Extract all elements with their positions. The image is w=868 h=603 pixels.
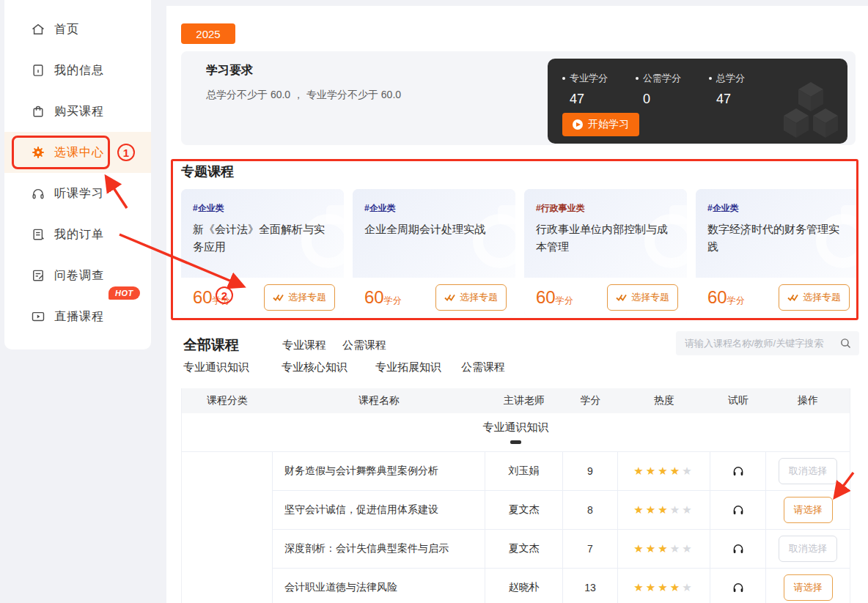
stat-value: 47 — [709, 92, 745, 107]
credit-summary-panel: 专业学分 47 公需学分 0 总学分 47 开始学习 — [548, 59, 847, 144]
headphones-icon — [732, 503, 745, 517]
live-video-icon — [31, 309, 45, 324]
rating-stars: ★★★★★ — [618, 529, 710, 568]
table-body: 财务造假与会计舞弊典型案例分析 刘玉娟 9 ★★★★★ 取消选择 坚守会计诚信，… — [182, 451, 850, 603]
select-topic-button[interactable]: 选择专题 — [264, 284, 335, 311]
search-icon[interactable] — [839, 337, 852, 349]
preview-cell[interactable] — [710, 529, 766, 568]
course-search — [676, 331, 859, 355]
topic-tag: #企业类 — [193, 202, 334, 215]
bullet-dot — [709, 77, 712, 80]
topic-credits: 60学分 — [193, 287, 230, 308]
topic-credits: 60学分 — [364, 287, 402, 308]
col-header-category: 课程分类 — [182, 388, 273, 413]
course-action-button[interactable]: 取消选择 — [779, 458, 837, 484]
double-check-icon — [273, 294, 284, 302]
course-action-button[interactable]: 请选择 — [784, 497, 833, 523]
subtab-general-knowledge[interactable]: 专业通识知识 — [183, 360, 249, 374]
stat-label: 总学分 — [716, 72, 745, 85]
subtab-public-courses[interactable]: 公需课程 — [461, 360, 505, 374]
col-header-action: 操作 — [766, 388, 850, 413]
course-table: 课程分类 课程名称 主讲老师 学分 热度 试听 操作 专业通识知识 财务造假与会… — [181, 388, 850, 603]
year-tag-button[interactable]: 2025 — [181, 23, 235, 44]
select-topic-button[interactable]: 选择专题 — [779, 284, 850, 311]
sidebar-item-label: 选课中心 — [54, 145, 104, 160]
home-icon — [31, 22, 45, 37]
sidebar-item-home[interactable]: 首页 — [4, 9, 151, 50]
rating-stars: ★★★★★ — [618, 490, 710, 529]
col-header-teacher: 主讲老师 — [485, 388, 563, 413]
search-input[interactable] — [685, 338, 839, 349]
sidebar-item-buy-courses[interactable]: 购买课程 — [4, 91, 151, 132]
credits-cell: 8 — [563, 490, 618, 529]
sidebar-item-course-selection-center[interactable]: 选课中心 — [4, 132, 151, 173]
sidebar-item-my-info[interactable]: 我的信息 — [4, 50, 151, 91]
stat-label: 专业学分 — [570, 72, 608, 85]
topic-card[interactable]: #企业类 企业全周期会计处理实战 60学分 选择专题 — [353, 189, 515, 317]
select-topic-button[interactable]: 选择专题 — [607, 284, 678, 311]
topic-card[interactable]: #行政事业类 行政事业单位内部控制与成本管理 60学分 选择专题 — [524, 189, 687, 317]
all-courses-title: 全部课程 — [183, 336, 239, 355]
course-name-cell: 深度剖析：会计失信典型案件与启示 — [273, 529, 485, 568]
preview-cell[interactable] — [710, 568, 766, 603]
page: 首页 我的信息 购买课程 — [0, 0, 868, 603]
course-name-cell: 坚守会计诚信，促进信用体系建设 — [273, 490, 485, 529]
topic-card-title: 企业全周期会计处理实战 — [364, 221, 505, 238]
section-label: 专业通识知识 — [483, 421, 549, 434]
stat-public-credits: 公需学分 0 — [636, 72, 681, 107]
topic-credits: 60学分 — [536, 287, 573, 308]
subtab-extended-knowledge[interactable]: 专业拓展知识 — [375, 360, 441, 374]
info-doc-icon — [31, 63, 45, 78]
stat-label: 公需学分 — [643, 72, 681, 85]
sidebar-item-my-orders[interactable]: 我的订单 — [4, 214, 151, 255]
sidebar-item-label: 听课学习 — [54, 186, 104, 201]
gear-icon — [31, 145, 45, 160]
stat-value: 47 — [562, 92, 608, 107]
rating-stars: ★★★★★ — [618, 451, 710, 490]
topic-card-title: 数字经济时代的财务管理实践 — [707, 221, 848, 256]
start-learning-button[interactable]: 开始学习 — [562, 113, 639, 136]
teacher-cell: 夏文杰 — [485, 490, 563, 529]
tab-public-courses[interactable]: 公需课程 — [342, 339, 386, 352]
sidebar-item-label: 我的订单 — [54, 227, 104, 243]
bullet-dot — [636, 77, 639, 80]
col-header-credits: 学分 — [563, 388, 618, 413]
topic-card[interactable]: #企业类 新《会计法》全面解析与实务应用 60学分 选择专题 — [181, 189, 344, 317]
course-action-button[interactable]: 取消选择 — [779, 536, 837, 562]
topic-card[interactable]: #企业类 数字经济时代的财务管理实践 60学分 选择专题 — [696, 189, 858, 317]
headphones-icon — [31, 186, 45, 201]
sidebar-item-live-courses[interactable]: 直播课程 HOT — [4, 296, 151, 337]
tab-professional-courses[interactable]: 专业课程 — [282, 339, 326, 352]
bullet-dot — [562, 77, 565, 80]
credits-cell: 7 — [563, 529, 618, 568]
topic-credits: 60学分 — [707, 287, 745, 308]
hot-badge: HOT — [108, 286, 140, 300]
col-header-preview: 试听 — [710, 388, 766, 413]
credits-cell: 9 — [563, 451, 618, 490]
sidebar-item-label: 首页 — [54, 22, 79, 37]
topic-tag: #行政事业类 — [536, 202, 677, 215]
stat-value: 0 — [636, 92, 681, 107]
sidebar-item-listen-learn[interactable]: 听课学习 — [4, 173, 151, 214]
preview-cell[interactable] — [710, 490, 766, 529]
orders-icon — [31, 227, 45, 242]
section-active-dash — [510, 440, 521, 444]
course-name-cell: 会计职业道德与法律风险 — [273, 568, 485, 603]
teacher-cell: 夏文杰 — [485, 529, 563, 568]
table-header-row: 课程分类 课程名称 主讲老师 学分 热度 试听 操作 — [182, 388, 850, 413]
sidebar-item-label: 购买课程 — [54, 104, 104, 119]
headphones-icon — [732, 465, 745, 478]
rating-stars: ★★★★★ — [618, 568, 710, 603]
course-action-button[interactable]: 请选择 — [784, 574, 833, 601]
preview-cell[interactable] — [710, 451, 766, 490]
sidebar-item-label: 我的信息 — [54, 63, 104, 78]
topic-section-title: 专题课程 — [181, 163, 234, 180]
select-topic-button[interactable]: 选择专题 — [435, 284, 507, 311]
topic-card-title: 行政事业单位内部控制与成本管理 — [536, 221, 677, 256]
stat-professional-credits: 专业学分 47 — [562, 72, 608, 107]
double-check-icon — [444, 294, 455, 302]
double-check-icon — [787, 294, 798, 302]
sidebar-item-label: 问卷调查 — [54, 268, 104, 284]
subtab-core-knowledge[interactable]: 专业核心知识 — [282, 360, 347, 374]
sidebar: 首页 我的信息 购买课程 — [4, 0, 151, 349]
